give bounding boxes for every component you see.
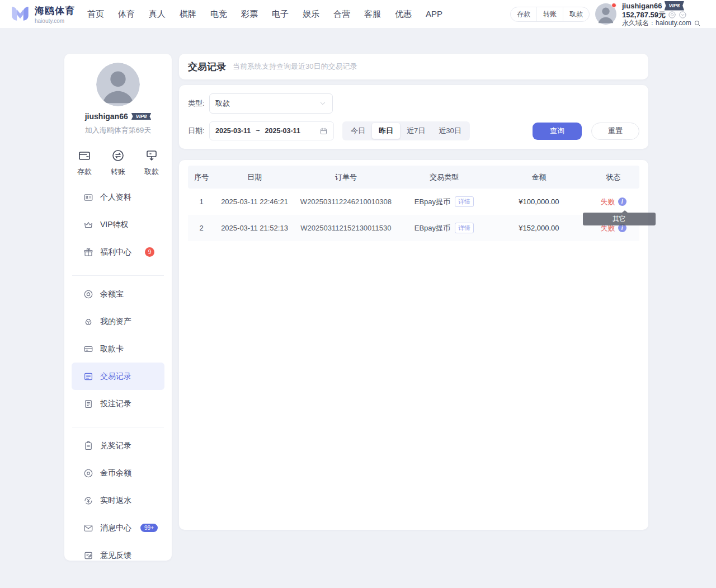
nav-item-support[interactable]: 客服 — [364, 9, 381, 20]
logo[interactable]: 海鸥体育 haiouty.com — [10, 4, 75, 24]
balance: 152,787.59元 — [622, 11, 666, 19]
sidebar-item-bet-records[interactable]: 投注记录 — [72, 390, 164, 417]
cell-type: EBpay提币 详情 — [398, 223, 490, 233]
range-yesterday-button[interactable]: 昨日 — [372, 123, 400, 139]
sidebar-item-gold-balance[interactable]: 金币余额 — [72, 459, 164, 487]
sidebar-item-rebate[interactable]: 实时返水 — [72, 487, 164, 514]
refresh-balance-icon[interactable] — [668, 11, 676, 19]
search-icon[interactable] — [694, 20, 701, 27]
money-bag-icon — [83, 317, 93, 327]
range-7days-button[interactable]: 近7日 — [400, 123, 432, 139]
quick-range-group: 今日 昨日 近7日 近30日 — [342, 121, 470, 140]
deposit-button[interactable]: 存款 — [511, 7, 536, 21]
topbar-right: 存款 转账 取款 jiushigan66 VIP8 152,787.59元 — [510, 1, 707, 27]
page-subtitle: 当前系统支持查询最近30日的交易记录 — [233, 62, 357, 72]
profile-username: jiushigan66 — [85, 112, 128, 121]
date-from: 2025-03-11 — [215, 127, 251, 135]
sidebar-item-messages[interactable]: 消息中心 99+ — [72, 514, 164, 542]
type-filter-row: 类型: 取款 — [188, 93, 639, 114]
nav-item-app[interactable]: APP — [426, 9, 442, 20]
cell-status: 失败 — [587, 197, 639, 207]
sidebar-transfer-action[interactable]: 转账 — [111, 149, 125, 177]
col-header-type: 交易类型 — [398, 172, 490, 182]
range-30days-button[interactable]: 近30日 — [432, 123, 468, 139]
nav-item-promotions[interactable]: 优惠 — [395, 9, 412, 20]
sidebar-item-label: 余额宝 — [100, 289, 124, 299]
chevron-down-circle-icon[interactable] — [679, 11, 687, 19]
reset-button[interactable]: 重置 — [591, 123, 639, 140]
nav-item-lottery[interactable]: 彩票 — [241, 9, 258, 20]
sidebar-item-yuebao[interactable]: 余额宝 — [72, 280, 164, 308]
type-select-value: 取款 — [215, 98, 230, 109]
nav-item-entertainment[interactable]: 娱乐 — [303, 9, 319, 20]
bet-record-icon — [83, 399, 93, 409]
vip-badge: VIP8 — [665, 1, 685, 11]
envelope-icon — [83, 523, 93, 533]
sidebar-item-vip[interactable]: VIP特权 — [72, 211, 164, 238]
cell-no: 2 — [188, 224, 215, 232]
nav-item-home[interactable]: 首页 — [87, 9, 104, 20]
sidebar-item-feedback[interactable]: 意见反馈 — [72, 542, 164, 569]
date-range-input[interactable]: 2025-03-11 ~ 2025-03-11 — [209, 121, 334, 140]
nav-item-partner[interactable]: 合营 — [333, 9, 350, 20]
sidebar-item-label: 金币余额 — [100, 468, 131, 478]
range-today-button[interactable]: 今日 — [344, 123, 372, 139]
transactions-table: 序号 日期 订单号 交易类型 金额 状态 1 2025-03-11 22:46:… — [179, 160, 648, 530]
col-header-no: 序号 — [188, 172, 215, 182]
sidebar-item-withdraw-card[interactable]: 取款卡 — [72, 335, 164, 363]
feedback-edit-icon — [83, 551, 93, 561]
detail-link[interactable]: 详情 — [455, 196, 474, 207]
transaction-record-icon — [83, 371, 93, 382]
id-card-icon — [83, 192, 93, 203]
sidebar-item-welfare[interactable]: 福利中心 9 — [72, 238, 164, 266]
type-select[interactable]: 取款 — [209, 93, 333, 114]
sidebar-item-label: 交易记录 — [100, 371, 131, 382]
nav-item-sports[interactable]: 体育 — [118, 9, 135, 20]
sidebar-item-profile[interactable]: 个人资料 — [72, 184, 164, 211]
transaction-type: EBpay提币 — [414, 223, 450, 233]
sidebar-item-label: 我的资产 — [100, 317, 131, 327]
nav-item-live-casino[interactable]: 真人 — [149, 9, 166, 20]
query-button[interactable]: 查询 — [533, 123, 582, 140]
info-icon[interactable] — [618, 197, 626, 206]
table-header-row: 序号 日期 订单号 交易类型 金额 状态 — [188, 166, 639, 189]
withdraw-button[interactable]: 取款 — [563, 7, 589, 21]
avatar[interactable] — [595, 3, 616, 25]
date-separator: ~ — [256, 127, 260, 135]
transfer-button[interactable]: 转账 — [536, 7, 563, 21]
nav-item-esports[interactable]: 电竞 — [210, 9, 227, 20]
sidebar-withdraw-action[interactable]: 取款 — [144, 149, 159, 177]
date-filter-row: 日期: 2025-03-11 ~ 2025-03-11 今日 昨日 近7日 近3… — [188, 121, 639, 140]
sidebar-item-label: 取款卡 — [100, 344, 124, 354]
bank-card-icon — [83, 344, 93, 354]
sidebar-deposit-action[interactable]: 存款 — [77, 149, 92, 177]
sidebar-item-label: VIP特权 — [100, 220, 129, 230]
gift-icon — [83, 247, 93, 257]
quick-action-label: 存款 — [77, 167, 92, 177]
menu-divider — [72, 427, 164, 427]
sidebar-item-redeem-records[interactable]: 兑奖记录 — [72, 432, 164, 459]
welfare-badge: 9 — [145, 247, 154, 257]
status-tooltip: 其它 — [583, 213, 656, 225]
col-header-amount: 金额 — [491, 172, 588, 182]
wallet-icon — [78, 149, 91, 162]
sidebar-quick-actions: 存款 转账 取款 — [64, 149, 172, 177]
sidebar: jiushigan66 VIP8 加入海鸥体育第69天 存款 转账 — [64, 54, 172, 561]
cell-no: 1 — [188, 197, 215, 206]
cell-order: W202503112152130011530 — [294, 224, 398, 232]
wallet-quick-actions: 存款 转账 取款 — [510, 7, 590, 22]
user-meta: jiushigan66 VIP8 152,787.59元 永久域名：haiout… — [622, 1, 707, 27]
logo-title: 海鸥体育 — [35, 4, 75, 17]
sidebar-item-label: 实时返水 — [100, 496, 131, 506]
nav-item-slots[interactable]: 电子 — [272, 9, 289, 20]
logo-text: 海鸥体育 haiouty.com — [35, 4, 75, 24]
status-text: 失败 — [601, 197, 615, 207]
nav-item-chess[interactable]: 棋牌 — [180, 9, 196, 20]
detail-link[interactable]: 详情 — [455, 223, 474, 233]
page-header: 交易记录 当前系统支持查询最近30日的交易记录 — [179, 54, 648, 79]
sidebar-item-assets[interactable]: 我的资产 — [72, 308, 164, 335]
profile-vip-badge: VIP8 — [131, 113, 152, 120]
col-header-date: 日期 — [215, 172, 294, 182]
sidebar-item-transactions[interactable]: 交易记录 — [72, 363, 164, 390]
profile-avatar[interactable] — [96, 63, 140, 106]
